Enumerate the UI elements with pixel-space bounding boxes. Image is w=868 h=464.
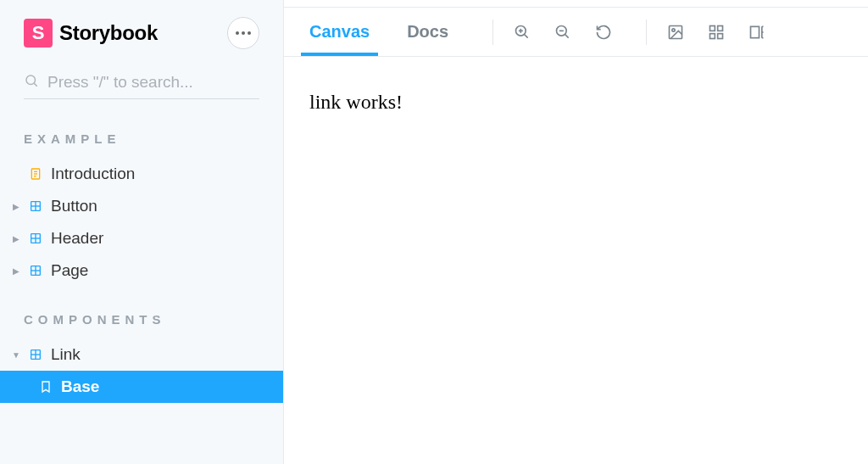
toolbar: Canvas Docs bbox=[284, 8, 868, 57]
svg-point-0 bbox=[26, 75, 36, 85]
section-label-example: EXAMPLE bbox=[0, 131, 283, 146]
sidebar-item-link-base[interactable]: Base bbox=[0, 371, 283, 403]
svg-rect-28 bbox=[718, 25, 723, 31]
menu-button[interactable] bbox=[227, 17, 259, 49]
component-icon bbox=[29, 232, 42, 245]
caret-right-icon: ▶ bbox=[12, 202, 20, 211]
ellipsis-icon bbox=[236, 31, 251, 35]
nav-label: Page bbox=[51, 261, 88, 280]
canvas-content: link works! bbox=[309, 91, 843, 114]
svg-rect-29 bbox=[710, 33, 715, 38]
caret-down-icon: ▼ bbox=[12, 350, 20, 360]
component-icon bbox=[29, 264, 42, 277]
document-icon bbox=[29, 167, 42, 181]
svg-rect-31 bbox=[751, 26, 760, 37]
nav-label: Base bbox=[61, 377, 99, 396]
toolbar-divider bbox=[492, 20, 493, 45]
brand[interactable]: S Storybook bbox=[24, 19, 158, 48]
brand-title: Storybook bbox=[59, 21, 158, 45]
sidebar-header: S Storybook bbox=[0, 17, 283, 49]
tab-label: Docs bbox=[407, 22, 448, 42]
background-button[interactable] bbox=[662, 19, 689, 46]
nav-label: Button bbox=[51, 197, 97, 215]
component-icon bbox=[29, 348, 42, 361]
storybook-logo-icon: S bbox=[24, 19, 53, 48]
search-input[interactable] bbox=[47, 73, 259, 92]
caret-right-icon: ▶ bbox=[12, 266, 20, 276]
section-label-components: COMPONENTS bbox=[0, 312, 283, 327]
svg-line-1 bbox=[34, 83, 36, 86]
search-container bbox=[0, 73, 283, 99]
tab-canvas[interactable]: Canvas bbox=[301, 8, 378, 56]
sidebar-item-page[interactable]: ▶ Page bbox=[0, 254, 283, 287]
zoom-in-button[interactable] bbox=[509, 19, 536, 46]
toolbar-divider bbox=[646, 20, 647, 45]
sidebar: S Storybook EXAMPLE Introduction ▶ Butto… bbox=[0, 0, 284, 464]
bookmark-icon bbox=[39, 380, 53, 394]
grid-button[interactable] bbox=[703, 19, 730, 46]
sidebar-item-link[interactable]: ▼ Link bbox=[0, 338, 283, 371]
outline-button[interactable] bbox=[743, 19, 771, 46]
search-icon bbox=[24, 73, 39, 92]
svg-rect-27 bbox=[710, 25, 715, 31]
nav-label: Link bbox=[51, 345, 81, 364]
zoom-out-button[interactable] bbox=[549, 19, 576, 46]
nav-label: Header bbox=[51, 229, 103, 248]
search[interactable] bbox=[24, 73, 259, 99]
svg-line-19 bbox=[525, 34, 528, 37]
component-icon bbox=[29, 199, 42, 213]
tabs: Canvas Docs bbox=[301, 8, 477, 56]
svg-rect-30 bbox=[718, 33, 723, 38]
svg-line-23 bbox=[565, 34, 569, 37]
tab-docs[interactable]: Docs bbox=[398, 8, 457, 56]
svg-point-26 bbox=[672, 28, 675, 31]
tab-label: Canvas bbox=[309, 22, 370, 42]
sidebar-item-introduction[interactable]: Introduction bbox=[0, 158, 283, 190]
caret-right-icon: ▶ bbox=[12, 234, 20, 243]
main-panel: Canvas Docs link works! bbox=[284, 7, 868, 464]
nav-label: Introduction bbox=[51, 165, 135, 183]
reset-zoom-button[interactable] bbox=[590, 19, 617, 46]
sidebar-item-header[interactable]: ▶ Header bbox=[0, 222, 283, 254]
canvas-area: link works! bbox=[284, 57, 868, 464]
sidebar-item-button[interactable]: ▶ Button bbox=[0, 190, 283, 222]
